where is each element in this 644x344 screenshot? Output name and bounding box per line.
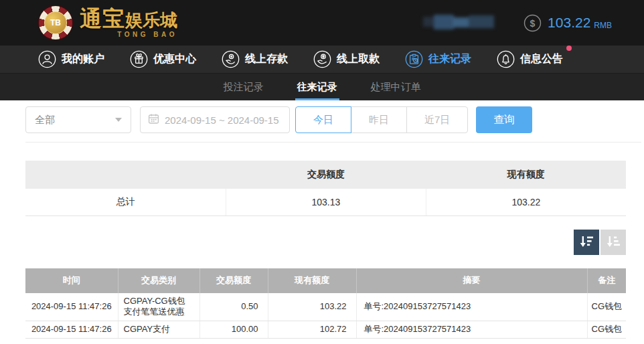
nav-item-records[interactable]: 往来记录 xyxy=(405,50,471,68)
sub-tabs: 投注记录 往来记录 处理中订单 xyxy=(0,74,644,100)
cell-amount: 0.50 xyxy=(199,293,268,321)
summary-header-transaction: 交易额度 xyxy=(226,161,426,189)
user-icon xyxy=(38,50,56,68)
balance-amount: 103.22 xyxy=(548,15,590,31)
last7days-button[interactable]: 近7日 xyxy=(406,106,468,133)
logo-title: 通宝娱乐城 xyxy=(80,7,177,29)
yesterday-button[interactable]: 昨日 xyxy=(351,106,407,133)
col-balance: 现有额度 xyxy=(268,268,356,293)
calendar-icon xyxy=(148,113,159,126)
summary-total-row: 总计 103.13 103.22 xyxy=(25,189,626,216)
query-button[interactable]: 查询 xyxy=(476,106,532,133)
gift-icon xyxy=(130,50,148,68)
nav-item-my-account[interactable]: 我的账户 xyxy=(38,50,104,68)
sort-descending-icon xyxy=(579,236,594,248)
summary-section: 交易额度 现有额度 总计 103.13 103.22 xyxy=(25,161,626,216)
date-range-value: 2024-09-15 ~ 2024-09-15 xyxy=(165,114,279,126)
top-header: TB 通宝娱乐城 TONG BAO $ 103.22 RMB xyxy=(0,0,644,46)
nav-label: 优惠中心 xyxy=(153,52,196,66)
col-summary: 摘要 xyxy=(356,268,587,293)
nav-item-promotions[interactable]: 优惠中心 xyxy=(130,50,196,68)
date-range-input[interactable]: 2024-09-15 ~ 2024-09-15 xyxy=(140,106,290,133)
tab-processing-orders[interactable]: 处理中订单 xyxy=(354,74,438,100)
cell-note: CG钱包 xyxy=(587,293,626,321)
col-amount: 交易额度 xyxy=(199,268,268,293)
summary-current-balance: 103.22 xyxy=(426,189,626,216)
site-logo[interactable]: TB 通宝娱乐城 TONG BAO xyxy=(39,6,177,39)
col-note: 备注 xyxy=(587,268,626,293)
nav-item-withdraw[interactable]: 线上取款 xyxy=(313,50,380,68)
logo-title-small: 娱乐城 xyxy=(125,10,177,30)
tab-transaction-records[interactable]: 往来记录 xyxy=(280,74,354,100)
cell-time: 2024-09-15 11:47:26 xyxy=(25,293,118,321)
balance-currency: RMB xyxy=(594,16,612,30)
withdraw-icon xyxy=(313,50,331,68)
record-row: 2024-09-15 11:47:26 CGPAY支付 100.00 102.7… xyxy=(25,321,626,339)
chip-monogram: TB xyxy=(44,11,67,34)
cell-amount: 100.00 xyxy=(199,321,268,339)
summary-header-balance: 现有额度 xyxy=(426,161,626,189)
header-right: $ 103.22 RMB xyxy=(423,14,612,32)
coin-icon: $ xyxy=(524,14,542,32)
type-select[interactable]: 全部 xyxy=(25,106,131,133)
nav-label: 线上存款 xyxy=(245,52,288,66)
username-redacted xyxy=(423,15,494,31)
cell-summary: 单号:202409153727571423 xyxy=(356,321,587,339)
svg-text:$: $ xyxy=(530,17,536,28)
today-button[interactable]: 今日 xyxy=(295,106,351,133)
record-row: 2024-09-15 11:47:26 CGPAY-CG钱包支付笔笔送优惠 0.… xyxy=(25,293,626,321)
records-section: 时间 交易类别 交易额度 现有额度 摘要 备注 2024-09-15 11:47… xyxy=(25,268,626,339)
chevron-down-icon xyxy=(115,118,122,122)
records-icon xyxy=(405,50,423,68)
sort-ascending-icon xyxy=(606,236,621,248)
col-category: 交易类别 xyxy=(118,268,199,293)
cell-balance: 103.22 xyxy=(268,293,356,321)
cell-category: CGPAY支付 xyxy=(118,321,199,339)
cell-category: CGPAY-CG钱包支付笔笔送优惠 xyxy=(118,293,199,321)
sort-descending-button[interactable] xyxy=(574,230,599,255)
logo-text: 通宝娱乐城 TONG BAO xyxy=(80,7,177,38)
logo-title-big: 通宝 xyxy=(80,6,125,31)
type-select-value: 全部 xyxy=(35,114,55,126)
logo-subtitle: TONG BAO xyxy=(80,31,177,38)
summary-header-empty xyxy=(25,161,226,189)
filter-bar: 全部 2024-09-15 ~ 2024-09-15 今日 昨日 近7日 查询 xyxy=(25,106,641,143)
cell-note: CG钱包 xyxy=(587,321,626,339)
cell-balance: 102.72 xyxy=(268,321,356,339)
deposit-icon xyxy=(222,50,240,68)
sort-ascending-button[interactable] xyxy=(600,230,626,255)
bell-icon xyxy=(497,50,515,68)
records-table: 时间 交易类别 交易额度 现有额度 摘要 备注 2024-09-15 11:47… xyxy=(25,268,626,339)
col-time: 时间 xyxy=(25,268,118,293)
nav-label: 我的账户 xyxy=(62,52,104,66)
quick-range-group: 今日 昨日 近7日 xyxy=(295,106,468,133)
summary-transaction-amount: 103.13 xyxy=(226,189,426,216)
nav-item-deposit[interactable]: 线上存款 xyxy=(222,50,288,68)
cell-time: 2024-09-15 11:47:26 xyxy=(25,321,118,339)
notification-dot xyxy=(566,46,572,51)
poker-chip-icon: TB xyxy=(39,6,72,39)
records-header-row: 时间 交易类别 交易额度 现有额度 摘要 备注 xyxy=(25,268,626,293)
summary-header-row: 交易额度 现有额度 xyxy=(25,161,626,189)
cell-summary: 单号:202409153727571423 xyxy=(356,293,587,321)
sort-controls xyxy=(0,230,626,255)
summary-total-label: 总计 xyxy=(25,189,226,216)
nav-item-announcements[interactable]: 信息公告 xyxy=(497,50,563,68)
nav-label: 往来记录 xyxy=(428,52,471,66)
nav-label: 信息公告 xyxy=(520,52,563,66)
main-nav: 我的账户 优惠中心 线上存款 线上取款 往来记录 xyxy=(0,46,644,74)
summary-table: 交易额度 现有额度 总计 103.13 103.22 xyxy=(25,161,626,216)
nav-label: 线上取款 xyxy=(337,52,380,66)
tab-betting-records[interactable]: 投注记录 xyxy=(207,74,280,100)
